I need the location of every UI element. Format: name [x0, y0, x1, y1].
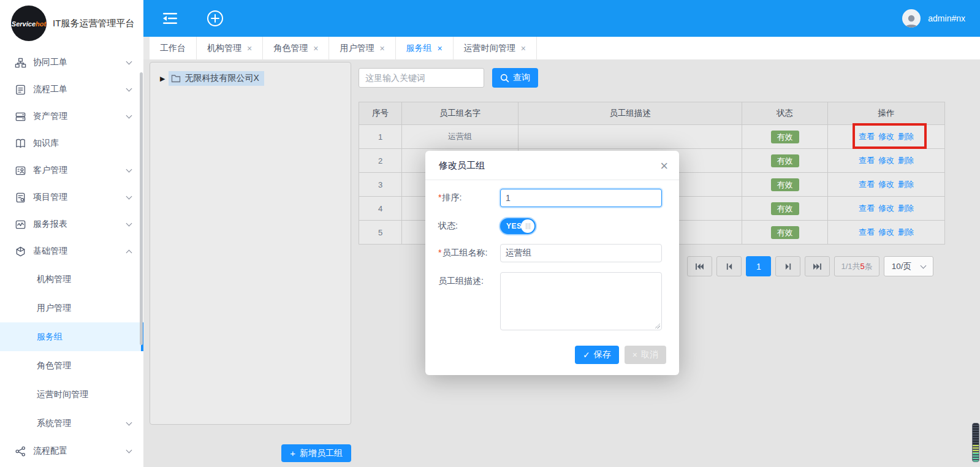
tab-user-mgmt[interactable]: 用户管理 ×: [329, 37, 395, 59]
close-icon[interactable]: ×: [521, 44, 526, 53]
page-number-button[interactable]: 1: [746, 256, 771, 276]
sidebar-item-service-report[interactable]: 服务报表: [0, 211, 143, 238]
tab-operation-time-mgmt[interactable]: 运营时间管理 ×: [454, 37, 537, 59]
last-page-button[interactable]: [805, 256, 830, 276]
column-header-status: 状态: [742, 102, 828, 125]
group-desc-label: 员工组描述:: [438, 272, 500, 287]
contact-card-icon: [15, 165, 26, 177]
edit-link[interactable]: 修改: [878, 227, 894, 237]
book-icon: [15, 138, 26, 150]
sidebar-item-process-ticket[interactable]: 流程工单: [0, 76, 143, 103]
group-name-label: *员工组名称:: [438, 244, 500, 259]
cancel-button[interactable]: × 取消: [625, 346, 666, 364]
close-icon[interactable]: ×: [379, 44, 384, 53]
sidebar-item-org-mgmt[interactable]: 机构管理: [0, 265, 143, 294]
tab-service-group[interactable]: 服务组 ×: [396, 37, 454, 59]
close-icon[interactable]: ×: [313, 44, 318, 53]
next-page-button[interactable]: [775, 256, 800, 276]
delete-link[interactable]: 删除: [898, 227, 914, 237]
sidebar-item-role-mgmt[interactable]: 角色管理: [0, 351, 143, 380]
keyword-search-input[interactable]: [359, 68, 484, 88]
tab-org-mgmt[interactable]: 机构管理 ×: [197, 37, 263, 59]
cell-status: 有效: [742, 173, 828, 197]
save-button-label: 保存: [594, 349, 611, 360]
sidebar-item-label: 流程配置: [33, 446, 127, 457]
sidebar-item-user-mgmt[interactable]: 用户管理: [0, 294, 143, 322]
tab-role-mgmt[interactable]: 角色管理 ×: [263, 37, 329, 59]
view-link[interactable]: 查看: [859, 180, 875, 189]
sidebar-item-customer-mgmt[interactable]: 客户管理: [0, 157, 143, 184]
cell-no: 2: [359, 149, 402, 173]
modal-title: 修改员工组: [439, 160, 485, 170]
tab-workbench[interactable]: 工作台: [150, 37, 197, 59]
chevron-down-icon: [126, 59, 132, 65]
tree-row: ▶ 无限科技有限公司X: [156, 71, 344, 86]
edit-employee-group-modal: 修改员工组 × *排序: 状态: YES *员工组名称: 员工组描述:: [425, 151, 679, 375]
org-tree-panel: ▶ 无限科技有限公司X: [150, 62, 351, 425]
page-size-select[interactable]: 10/页: [884, 256, 933, 276]
view-link[interactable]: 查看: [859, 203, 875, 213]
sidebar-scrollbar[interactable]: [140, 72, 143, 345]
tree-expand-caret[interactable]: ▶: [160, 75, 165, 83]
resize-grip-icon[interactable]: [655, 323, 660, 328]
sidebar-item-base-mgmt[interactable]: 基础管理: [0, 238, 143, 265]
sidebar-item-label: 协同工单: [33, 57, 127, 68]
cell-actions: 查看修改删除: [828, 149, 945, 173]
sidebar-item-asset-mgmt[interactable]: 资产管理: [0, 103, 143, 130]
edit-link[interactable]: 修改: [878, 203, 894, 213]
table-header-row: 序号 员工组名字 员工组描述 状态 操作: [359, 102, 945, 125]
add-tab-icon[interactable]: [206, 9, 224, 28]
menu-fold-icon[interactable]: [161, 9, 179, 28]
delete-link[interactable]: 删除: [898, 156, 914, 165]
sidebar-item-collab-ticket[interactable]: 协同工单: [0, 49, 143, 76]
cell-actions: 查看修改删除: [828, 197, 945, 221]
close-icon[interactable]: ×: [438, 44, 443, 53]
view-link[interactable]: 查看: [859, 227, 875, 237]
indicator-yellow-stripes: [973, 445, 979, 454]
delete-link[interactable]: 删除: [898, 203, 914, 213]
org-chart-icon: [15, 57, 26, 69]
edit-link[interactable]: 修改: [878, 180, 894, 189]
first-page-button[interactable]: [687, 256, 712, 276]
sidebar-item-knowledge-base[interactable]: 知识库: [0, 130, 143, 157]
username[interactable]: admin#nx: [928, 13, 965, 23]
summary-count: 5: [860, 262, 864, 271]
search-row: 查询: [359, 68, 945, 88]
sidebar-item-label: 客户管理: [33, 165, 127, 176]
status-toggle[interactable]: YES: [500, 218, 536, 234]
close-icon[interactable]: ×: [247, 44, 252, 53]
delete-link[interactable]: 删除: [898, 180, 914, 189]
cell-actions: 查看修改删除: [828, 173, 945, 197]
modal-close-icon[interactable]: ×: [660, 157, 668, 176]
search-button[interactable]: 查询: [492, 68, 538, 88]
sidebar-menu: 协同工单 流程工单 资产管理 知识库 客户管理: [0, 49, 143, 465]
sidebar-item-label: 运营时间管理: [37, 389, 131, 400]
sidebar-item-label: 服务组: [37, 332, 131, 343]
tree-node-company[interactable]: 无限科技有限公司X: [169, 71, 264, 86]
pagination-summary: 1/1共5条: [834, 256, 879, 276]
edit-link[interactable]: 修改: [878, 156, 894, 165]
sidebar-item-service-group[interactable]: 服务组: [0, 322, 143, 351]
user-avatar[interactable]: [902, 9, 921, 28]
sort-input[interactable]: [500, 189, 662, 207]
save-button[interactable]: ✓ 保存: [575, 346, 619, 364]
prev-page-button[interactable]: [716, 256, 742, 276]
column-header-actions: 操作: [828, 102, 945, 125]
add-employee-group-button[interactable]: + 新增员工组: [281, 444, 351, 462]
server-icon: [15, 111, 26, 123]
toggle-handle[interactable]: [521, 219, 534, 233]
view-link[interactable]: 查看: [859, 156, 875, 165]
sidebar: Servicehot IT服务运营管理平台 协同工单 流程工单 资产管理: [0, 0, 143, 467]
sidebar-item-operation-time-mgmt[interactable]: 运营时间管理: [0, 380, 143, 409]
sidebar-item-process-config[interactable]: 流程配置: [0, 438, 143, 465]
group-name-input[interactable]: [500, 244, 662, 262]
sidebar-item-label: 项目管理: [33, 192, 127, 203]
sort-label: *排序:: [438, 189, 500, 203]
required-mark: *: [438, 248, 441, 257]
close-icon: ×: [632, 350, 637, 360]
sidebar-item-system-mgmt[interactable]: 系统管理: [0, 409, 143, 438]
list-doc-icon: [15, 84, 26, 96]
group-desc-textarea[interactable]: [500, 272, 662, 330]
required-mark: *: [438, 192, 441, 202]
sidebar-item-project-mgmt[interactable]: 项目管理: [0, 184, 143, 211]
